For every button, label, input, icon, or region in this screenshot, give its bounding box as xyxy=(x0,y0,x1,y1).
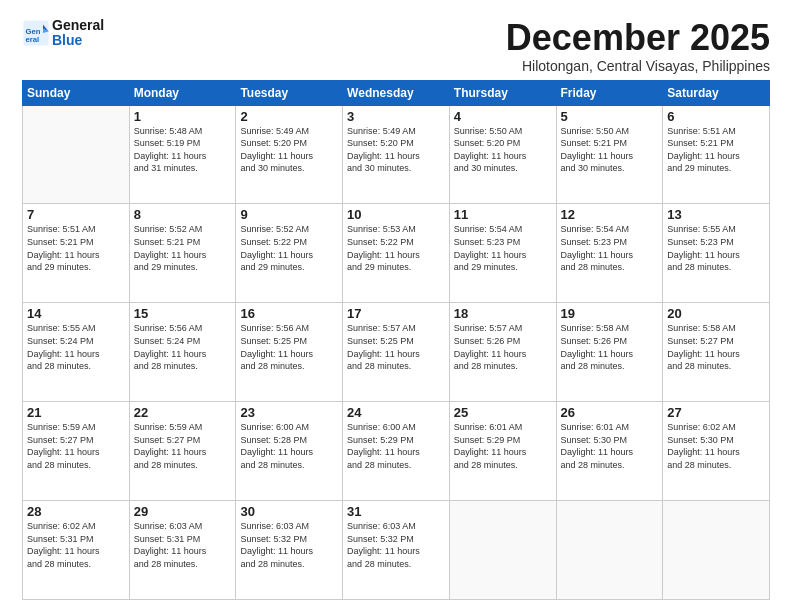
day-info-line: and 29 minutes. xyxy=(240,262,304,272)
day-info-line: and 28 minutes. xyxy=(667,262,731,272)
day-info: Sunrise: 6:02 AMSunset: 5:30 PMDaylight:… xyxy=(667,421,765,471)
day-info-line: Sunset: 5:28 PM xyxy=(240,435,307,445)
day-info: Sunrise: 5:56 AMSunset: 5:24 PMDaylight:… xyxy=(134,322,232,372)
day-info-line: Daylight: 11 hours xyxy=(347,546,420,556)
day-info-line: and 29 minutes. xyxy=(27,262,91,272)
day-info: Sunrise: 5:52 AMSunset: 5:21 PMDaylight:… xyxy=(134,223,232,273)
day-info: Sunrise: 5:51 AMSunset: 5:21 PMDaylight:… xyxy=(27,223,125,273)
day-info-line: Sunset: 5:27 PM xyxy=(27,435,94,445)
logo-line2: Blue xyxy=(52,33,104,48)
day-info: Sunrise: 5:55 AMSunset: 5:23 PMDaylight:… xyxy=(667,223,765,273)
svg-text:eral: eral xyxy=(26,35,40,44)
day-info-line: Sunrise: 5:51 AM xyxy=(667,126,736,136)
day-info-line: Daylight: 11 hours xyxy=(454,151,527,161)
day-info-line: and 28 minutes. xyxy=(27,460,91,470)
day-info-line: Sunset: 5:21 PM xyxy=(134,237,201,247)
day-info-line: Sunrise: 5:52 AM xyxy=(134,224,203,234)
calendar-cell: 1Sunrise: 5:48 AMSunset: 5:19 PMDaylight… xyxy=(129,105,236,204)
page: Gen eral General Blue December 2025 Hilo… xyxy=(0,0,792,612)
day-info: Sunrise: 5:54 AMSunset: 5:23 PMDaylight:… xyxy=(561,223,659,273)
calendar-cell: 25Sunrise: 6:01 AMSunset: 5:29 PMDayligh… xyxy=(449,402,556,501)
day-info-line: and 28 minutes. xyxy=(347,460,411,470)
day-info: Sunrise: 5:50 AMSunset: 5:20 PMDaylight:… xyxy=(454,125,552,175)
day-info: Sunrise: 5:49 AMSunset: 5:20 PMDaylight:… xyxy=(347,125,445,175)
weekday-header-friday: Friday xyxy=(556,80,663,105)
day-info-line: Daylight: 11 hours xyxy=(134,546,207,556)
day-info-line: Sunrise: 6:00 AM xyxy=(347,422,416,432)
day-info-line: Sunset: 5:32 PM xyxy=(240,534,307,544)
day-info-line: Sunrise: 5:52 AM xyxy=(240,224,309,234)
day-info-line: Sunset: 5:30 PM xyxy=(667,435,734,445)
day-info: Sunrise: 5:48 AMSunset: 5:19 PMDaylight:… xyxy=(134,125,232,175)
day-number: 15 xyxy=(134,306,232,321)
day-info-line: Daylight: 11 hours xyxy=(347,447,420,457)
day-info-line: Daylight: 11 hours xyxy=(240,250,313,260)
day-info: Sunrise: 5:49 AMSunset: 5:20 PMDaylight:… xyxy=(240,125,338,175)
day-info-line: Sunset: 5:29 PM xyxy=(454,435,521,445)
day-info-line: and 28 minutes. xyxy=(240,460,304,470)
day-info-line: Daylight: 11 hours xyxy=(347,250,420,260)
day-info: Sunrise: 5:51 AMSunset: 5:21 PMDaylight:… xyxy=(667,125,765,175)
calendar-cell xyxy=(449,501,556,600)
calendar-week-3: 14Sunrise: 5:55 AMSunset: 5:24 PMDayligh… xyxy=(23,303,770,402)
day-info-line: and 28 minutes. xyxy=(134,559,198,569)
day-info-line: Sunrise: 5:50 AM xyxy=(454,126,523,136)
calendar-week-1: 1Sunrise: 5:48 AMSunset: 5:19 PMDaylight… xyxy=(23,105,770,204)
day-number: 21 xyxy=(27,405,125,420)
day-info-line: and 30 minutes. xyxy=(561,163,625,173)
calendar-cell: 13Sunrise: 5:55 AMSunset: 5:23 PMDayligh… xyxy=(663,204,770,303)
calendar-cell: 4Sunrise: 5:50 AMSunset: 5:20 PMDaylight… xyxy=(449,105,556,204)
day-info-line: Sunset: 5:24 PM xyxy=(134,336,201,346)
day-info-line: Sunrise: 5:57 AM xyxy=(347,323,416,333)
day-info: Sunrise: 5:58 AMSunset: 5:26 PMDaylight:… xyxy=(561,322,659,372)
day-info-line: Sunrise: 6:03 AM xyxy=(134,521,203,531)
calendar-cell: 3Sunrise: 5:49 AMSunset: 5:20 PMDaylight… xyxy=(343,105,450,204)
calendar-cell: 20Sunrise: 5:58 AMSunset: 5:27 PMDayligh… xyxy=(663,303,770,402)
day-info-line: Daylight: 11 hours xyxy=(134,447,207,457)
calendar-cell: 27Sunrise: 6:02 AMSunset: 5:30 PMDayligh… xyxy=(663,402,770,501)
calendar-cell: 15Sunrise: 5:56 AMSunset: 5:24 PMDayligh… xyxy=(129,303,236,402)
day-info: Sunrise: 6:02 AMSunset: 5:31 PMDaylight:… xyxy=(27,520,125,570)
day-info-line: and 30 minutes. xyxy=(347,163,411,173)
day-info-line: Daylight: 11 hours xyxy=(667,151,740,161)
day-number: 27 xyxy=(667,405,765,420)
day-info-line: Sunset: 5:24 PM xyxy=(27,336,94,346)
day-info-line: and 28 minutes. xyxy=(667,460,731,470)
day-info-line: Sunset: 5:23 PM xyxy=(454,237,521,247)
day-number: 17 xyxy=(347,306,445,321)
day-info-line: Sunrise: 6:03 AM xyxy=(347,521,416,531)
day-info-line: Sunrise: 5:49 AM xyxy=(347,126,416,136)
calendar-cell: 29Sunrise: 6:03 AMSunset: 5:31 PMDayligh… xyxy=(129,501,236,600)
day-info-line: Daylight: 11 hours xyxy=(667,250,740,260)
weekday-header-tuesday: Tuesday xyxy=(236,80,343,105)
day-info-line: and 29 minutes. xyxy=(134,262,198,272)
day-info-line: Sunrise: 5:59 AM xyxy=(134,422,203,432)
day-info: Sunrise: 5:57 AMSunset: 5:25 PMDaylight:… xyxy=(347,322,445,372)
day-info-line: Sunrise: 5:59 AM xyxy=(27,422,96,432)
calendar-cell: 9Sunrise: 5:52 AMSunset: 5:22 PMDaylight… xyxy=(236,204,343,303)
day-info-line: Sunset: 5:20 PM xyxy=(240,138,307,148)
day-info-line: and 31 minutes. xyxy=(134,163,198,173)
day-number: 11 xyxy=(454,207,552,222)
day-info-line: Sunset: 5:31 PM xyxy=(27,534,94,544)
day-info-line: Sunrise: 6:02 AM xyxy=(667,422,736,432)
day-info-line: and 28 minutes. xyxy=(347,361,411,371)
day-info-line: Sunrise: 5:54 AM xyxy=(561,224,630,234)
calendar-cell: 21Sunrise: 5:59 AMSunset: 5:27 PMDayligh… xyxy=(23,402,130,501)
day-info-line: Daylight: 11 hours xyxy=(134,250,207,260)
calendar-cell xyxy=(663,501,770,600)
day-info-line: Sunrise: 5:54 AM xyxy=(454,224,523,234)
day-info-line: and 28 minutes. xyxy=(561,361,625,371)
day-info-line: Daylight: 11 hours xyxy=(27,349,100,359)
calendar-cell: 8Sunrise: 5:52 AMSunset: 5:21 PMDaylight… xyxy=(129,204,236,303)
calendar-cell: 18Sunrise: 5:57 AMSunset: 5:26 PMDayligh… xyxy=(449,303,556,402)
day-info-line: Sunrise: 6:00 AM xyxy=(240,422,309,432)
day-info-line: Daylight: 11 hours xyxy=(347,349,420,359)
day-number: 4 xyxy=(454,109,552,124)
day-info-line: Sunset: 5:21 PM xyxy=(27,237,94,247)
day-info: Sunrise: 5:53 AMSunset: 5:22 PMDaylight:… xyxy=(347,223,445,273)
day-info-line: and 28 minutes. xyxy=(134,361,198,371)
subtitle: Hilotongan, Central Visayas, Philippines xyxy=(506,58,770,74)
calendar-cell: 22Sunrise: 5:59 AMSunset: 5:27 PMDayligh… xyxy=(129,402,236,501)
day-info-line: Sunset: 5:25 PM xyxy=(347,336,414,346)
